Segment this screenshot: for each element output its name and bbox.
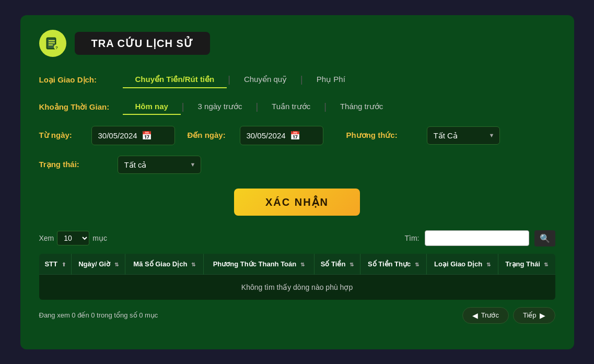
col-so-tien[interactable]: Số Tiền ⇅ [314,254,360,275]
col-phuong-thuc[interactable]: Phương Thức Thanh Toán ⇅ [203,254,314,275]
tab-chuyen-tien[interactable]: Chuyển Tiền/Rút tiền [123,72,227,88]
col-loai-giao-dich[interactable]: Loại Giao Dịch ⇅ [426,254,498,275]
trang-thai-label: Trạng thái: [39,160,112,169]
data-table: STT ⬆ Ngày/ Giờ ⇅ Mã Số Giao Dịch ⇅ Phươ… [39,254,555,300]
tab-thang-truoc[interactable]: Tháng trước [328,99,395,115]
tab-divider-2: | [299,74,304,85]
den-ngay-group: Đến ngày: 30/05/2024 📅 [188,126,323,145]
tab-phu-phi[interactable]: Phụ Phí [304,72,358,88]
confirm-button[interactable]: XÁC NHẬN [234,189,360,216]
tu-ngay-group: Từ ngày: 30/05/2024 📅 [39,126,175,145]
pagination-row: Đang xem 0 đến 0 trong tổng số 0 mục ◀ T… [39,307,555,324]
col-trang-thai-label: Trạng Thái [505,260,540,268]
main-container: ? TRA CỨU LỊCH SỬ Loại Giao Dịch: Chuyển… [20,15,574,349]
header: ? TRA CỨU LỊCH SỬ [39,30,555,57]
tab-hom-nay[interactable]: Hôm nay [123,99,181,115]
loai-giao-dich-row: Loại Giao Dịch: Chuyển Tiền/Rút tiền | C… [39,72,555,88]
col-phuong-thuc-label: Phương Thức Thanh Toán [213,260,297,268]
tab-chuyen-quy[interactable]: Chuyển quỹ [231,72,299,88]
next-label: Tiếp [523,311,537,319]
search-button[interactable]: 🔍 [534,230,555,246]
next-button[interactable]: Tiếp ▶ [513,307,555,324]
no-data-row: Không tìm thấy dòng nào phù hợp [39,274,555,300]
sort-icon-phuong-thuc: ⇅ [300,262,305,267]
no-data-message: Không tìm thấy dòng nào phù hợp [39,274,555,300]
tu-ngay-input[interactable]: 30/05/2024 📅 [91,126,175,145]
xem-select[interactable]: 10 25 50 100 [57,231,89,245]
pagination-buttons: ◀ Trước Tiếp ▶ [462,307,555,324]
col-trang-thai[interactable]: Trạng Thái ⇅ [498,254,555,275]
date-row: Từ ngày: 30/05/2024 📅 Đến ngày: 30/05/20… [39,126,555,145]
phuong-thuc-wrapper: Tất Cả Tiền mặt Chuyển khoản [427,126,500,145]
col-ma-so-label: Mã Số Giao Dịch [133,260,187,268]
pagination-info: Đang xem 0 đến 0 trong tổng số 0 mục [39,311,158,319]
tab-3-ngay[interactable]: 3 ngày trước [185,99,255,115]
sort-icon-ngay: ⇅ [114,262,119,267]
sort-icon-so-tien: ⇅ [350,262,354,267]
col-so-tien-thuc[interactable]: Số Tiền Thực ⇅ [360,254,427,275]
sort-icon-ma-so: ⇅ [191,262,195,267]
col-ngay-gio-label: Ngày/ Giờ [78,260,110,268]
den-ngay-value: 30/05/2024 [247,131,286,140]
sort-icon-so-tien-thuc: ⇅ [415,262,419,267]
tab-tuan-truoc[interactable]: Tuần trước [259,99,323,115]
phuong-thuc-select[interactable]: Tất Cả Tiền mặt Chuyển khoản [427,126,500,145]
xem-left: Xem 10 25 50 100 mục [39,231,107,245]
col-loai-giao-dich-label: Loại Giao Dịch [434,260,482,268]
khoang-thoi-gian-label: Khoảng Thời Gian: [39,102,123,112]
page-title: TRA CỨU LỊCH SỬ [75,32,210,55]
den-ngay-label: Đến ngày: [188,131,235,140]
loai-giao-dich-label: Loại Giao Dịch: [39,75,123,85]
phuong-thuc-label: Phương thức: [346,131,414,140]
col-so-tien-label: Số Tiền [321,260,346,268]
col-ma-so[interactable]: Mã Số Giao Dịch ⇅ [125,254,204,275]
trang-thai-wrapper: Tất cả Thành công Thất bại Đang xử lý [118,156,201,174]
trang-thai-select[interactable]: Tất cả Thành công Thất bại Đang xử lý [118,156,201,174]
xem-label-prefix: Xem [39,234,54,242]
col-stt[interactable]: STT ⬆ [39,254,72,275]
tu-ngay-label: Từ ngày: [39,131,86,140]
table-header-row: STT ⬆ Ngày/ Giờ ⇅ Mã Số Giao Dịch ⇅ Phươ… [39,254,555,275]
search-label: Tìm: [405,234,420,242]
sort-icon-loai: ⇅ [486,262,491,267]
time-divider-1: | [181,101,185,112]
calendar-icon-end: 📅 [290,131,300,140]
den-ngay-input[interactable]: 30/05/2024 📅 [240,126,323,145]
next-arrow-icon: ▶ [540,311,545,320]
col-stt-label: STT [44,260,57,268]
search-input[interactable] [425,230,529,246]
svg-text:?: ? [55,45,58,50]
time-range-tabs: Hôm nay | 3 ngày trước | Tuần trước | Th… [123,99,396,115]
sort-icon-stt: ⬆ [62,262,66,267]
sort-icon-trang-thai: ⇅ [544,262,548,267]
prev-arrow-icon: ◀ [472,311,478,320]
time-divider-2: | [254,101,259,112]
header-icon: ? [39,30,66,57]
trang-thai-row: Trạng thái: Tất cả Thành công Thất bại Đ… [39,156,555,174]
tab-divider-1: | [227,74,231,85]
prev-label: Trước [481,311,499,319]
time-divider-3: | [323,101,328,112]
loai-giao-dich-tabs: Chuyển Tiền/Rút tiền | Chuyển quỹ | Phụ … [123,72,358,88]
data-table-wrapper: STT ⬆ Ngày/ Giờ ⇅ Mã Số Giao Dịch ⇅ Phươ… [39,254,555,300]
search-right: Tìm: 🔍 [405,230,555,246]
calendar-icon-start: 📅 [142,131,152,140]
xem-search-row: Xem 10 25 50 100 mục Tìm: 🔍 [39,230,555,246]
tu-ngay-value: 30/05/2024 [98,131,137,140]
prev-button[interactable]: ◀ Trước [462,307,509,324]
khoang-thoi-gian-row: Khoảng Thời Gian: Hôm nay | 3 ngày trước… [39,99,555,115]
col-so-tien-thuc-label: Số Tiền Thực [368,260,411,268]
col-ngay-gio[interactable]: Ngày/ Giờ ⇅ [72,254,125,275]
xem-label-suffix: mục [92,234,107,242]
